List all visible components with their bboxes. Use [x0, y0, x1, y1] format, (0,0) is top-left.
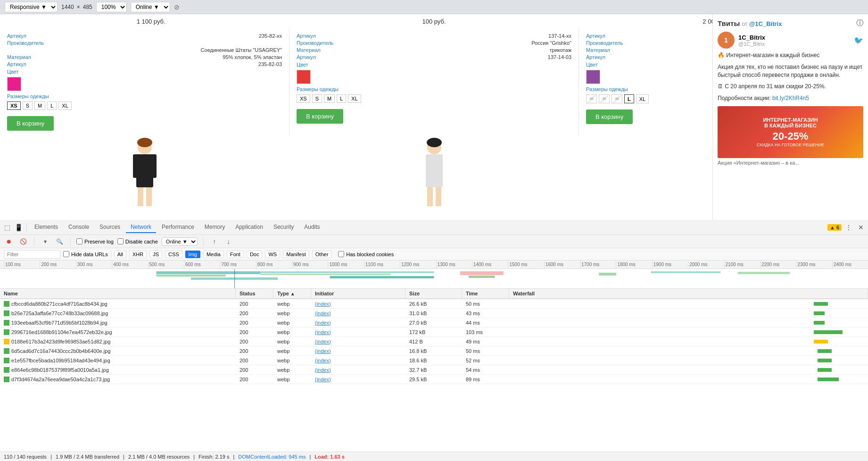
- size-btn-m-1[interactable]: M: [34, 101, 45, 110]
- size-btn-l-2[interactable]: L: [337, 94, 346, 103]
- filter-btn-media[interactable]: Media: [203, 251, 224, 258]
- hide-data-checkbox[interactable]: [63, 251, 69, 257]
- device-toggle-btn[interactable]: 📱: [13, 222, 24, 233]
- more-options-btn[interactable]: ⋮: [843, 222, 854, 233]
- size-btn-xl-1[interactable]: XL: [58, 101, 71, 110]
- table-row[interactable]: 193eebaaf53cf9b771d59b5bf1028b94.jpg 200…: [0, 318, 868, 327]
- filter-btn-css[interactable]: CSS: [165, 251, 182, 258]
- td-size: 16.8 kB: [405, 346, 462, 355]
- td-status: 200: [236, 337, 273, 346]
- filter-btn-img[interactable]: Img: [185, 251, 200, 258]
- blocked-cookies-checkbox[interactable]: [338, 251, 344, 257]
- table-row[interactable]: 2996716ed1688b91104e7ea4572eb32e.jpg 200…: [0, 327, 868, 337]
- online-select-browser[interactable]: Online ▼: [131, 2, 170, 12]
- filter-btn-other[interactable]: Other: [312, 251, 332, 258]
- filter-btn-ws[interactable]: WS: [265, 251, 280, 258]
- tab-security[interactable]: Security: [269, 222, 298, 233]
- table-row[interactable]: b26e725a3affa6e77cc748b33ac09688.jpg 200…: [0, 309, 868, 318]
- size-btn-xs-2[interactable]: XS: [297, 94, 310, 103]
- info-icon[interactable]: ⓘ: [856, 19, 863, 28]
- size-btn-xs-1[interactable]: XS: [7, 101, 21, 110]
- table-row[interactable]: e1e557fbce5bada109b95184ad43e494.jpg 200…: [0, 356, 868, 365]
- th-type[interactable]: Type ▲: [273, 289, 311, 298]
- tab-sources[interactable]: Sources: [95, 222, 125, 233]
- color-swatch-3[interactable]: [586, 70, 600, 84]
- initiator-link[interactable]: (index): [315, 348, 331, 354]
- size-btn-l-3[interactable]: L: [624, 94, 634, 103]
- filter-btn-font[interactable]: Font: [227, 251, 244, 258]
- tab-audits[interactable]: Audits: [299, 222, 324, 233]
- preserve-log-checkbox[interactable]: [76, 238, 83, 244]
- add-to-cart-btn-3[interactable]: В корзину: [586, 109, 633, 124]
- th-size[interactable]: Size: [405, 289, 462, 298]
- initiator-link[interactable]: (index): [315, 367, 331, 373]
- tab-elements[interactable]: Elements: [30, 222, 63, 233]
- th-waterfall[interactable]: Waterfall: [509, 289, 868, 298]
- initiator-link[interactable]: (index): [315, 329, 331, 335]
- add-to-cart-btn-2[interactable]: В корзину: [297, 109, 343, 124]
- size-btn-x1-3[interactable]: ✕: [586, 94, 597, 103]
- th-status[interactable]: Status: [236, 289, 273, 298]
- tab-application[interactable]: Application: [231, 222, 268, 233]
- filter-btn-manifest[interactable]: Manifest: [283, 251, 309, 258]
- add-to-cart-btn-1[interactable]: В корзину: [7, 116, 54, 131]
- filter-btn-all[interactable]: All: [114, 251, 126, 258]
- network-table[interactable]: Name Status Type ▲ Initiator Size Time W…: [0, 289, 868, 452]
- tab-performance[interactable]: Performance: [157, 222, 199, 233]
- table-row[interactable]: 6d5cad6d7c16a74430ccc2b0b4b6400e.jpg 200…: [0, 346, 868, 356]
- clear-btn[interactable]: 🚫: [18, 236, 28, 247]
- initiator-link[interactable]: (index): [315, 339, 331, 344]
- requests-count: 110 / 140 requests: [4, 454, 47, 460]
- record-btn[interactable]: ⏺: [4, 236, 14, 247]
- tab-memory[interactable]: Memory: [200, 222, 230, 233]
- close-devtools-btn[interactable]: ✕: [856, 222, 866, 233]
- size-btn-s-2[interactable]: S: [312, 94, 322, 103]
- filter-btn-doc[interactable]: Doc: [247, 251, 263, 258]
- filter-btn-js[interactable]: JS: [149, 251, 162, 258]
- size-btn-l-1[interactable]: L: [47, 101, 57, 110]
- filter-input[interactable]: [4, 250, 60, 259]
- th-name[interactable]: Name: [0, 289, 236, 298]
- responsive-select[interactable]: Responsive ▼: [5, 2, 58, 12]
- inspect-element-btn[interactable]: ⬚: [2, 222, 12, 233]
- size-btn-s-1[interactable]: S: [23, 101, 33, 110]
- tweet-link[interactable]: bit.ly/2KhR4n5: [772, 95, 809, 101]
- th-initiator[interactable]: Initiator: [311, 289, 405, 298]
- initiator-link[interactable]: (index): [315, 377, 331, 382]
- size-btn-xl-3[interactable]: XL: [636, 94, 649, 103]
- td-waterfall: [509, 365, 868, 374]
- blocked-cookies-label: Has blocked cookies: [346, 251, 394, 257]
- tab-console[interactable]: Console: [64, 222, 94, 233]
- field-row: Материал трикотаж: [297, 47, 571, 53]
- ruler-mark: 500 ms: [148, 260, 184, 269]
- initiator-link[interactable]: (index): [315, 320, 331, 326]
- color-swatch-1[interactable]: [7, 77, 21, 91]
- table-row[interactable]: d7f3d4674a2a76eea9dae50a4c2a1c73.jpg 200…: [0, 375, 868, 384]
- download-icon-btn[interactable]: ↓: [223, 236, 234, 247]
- td-initiator: (index): [311, 356, 405, 365]
- size-btn-m-2[interactable]: M: [324, 94, 335, 103]
- filter-btn[interactable]: ▾: [40, 236, 50, 247]
- tab-network[interactable]: Network: [126, 222, 156, 233]
- table-row[interactable]: 0188e617b3a2423d9fe969853ae51d82.jpg 200…: [0, 337, 868, 346]
- disable-cache-checkbox[interactable]: [117, 238, 124, 244]
- table-row[interactable]: cfbccd6da880b271cca4df716ac8b434.jpg 200…: [0, 299, 868, 309]
- td-status: 200: [236, 365, 273, 374]
- search-btn[interactable]: 🔍: [54, 236, 65, 247]
- throttling-select[interactable]: Online ▼: [162, 237, 198, 246]
- filter-btn-xhr[interactable]: XHR: [129, 251, 147, 258]
- initiator-link[interactable]: (index): [315, 301, 331, 307]
- color-swatch-2[interactable]: [297, 70, 311, 84]
- initiator-link[interactable]: (index): [315, 358, 331, 363]
- product-card-1: Артикул 235-82-xx Производитель Соединен…: [0, 28, 289, 135]
- size-btn-xl-2[interactable]: XL: [348, 94, 361, 103]
- upload-icon-btn[interactable]: ↑: [209, 236, 220, 247]
- table-row[interactable]: e864e6c98b01875379f89f5a0010a5a1.jpg 200…: [0, 365, 868, 375]
- td-size: 31.0 kB: [405, 309, 462, 318]
- size-btn-x3-3[interactable]: ✕: [612, 94, 622, 103]
- initiator-link[interactable]: (index): [315, 310, 331, 316]
- th-time[interactable]: Time: [462, 289, 509, 298]
- size-btn-x2-3[interactable]: ✕: [599, 94, 610, 103]
- zoom-select[interactable]: 100%: [96, 2, 127, 12]
- sizes-label-2: Размеры одежды: [297, 86, 571, 92]
